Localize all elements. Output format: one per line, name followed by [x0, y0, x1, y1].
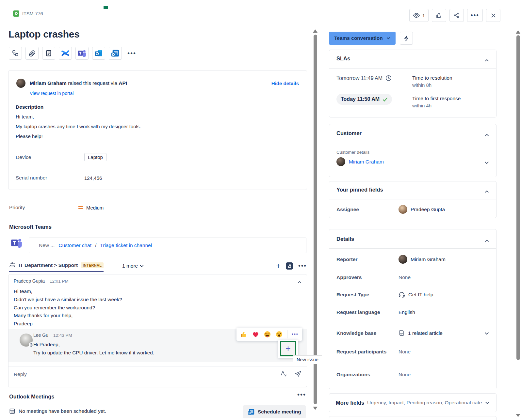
collapse-details-button[interactable] — [485, 238, 489, 243]
more-actions-button[interactable]: ••• — [467, 9, 483, 22]
scrollbar-thumb[interactable] — [516, 35, 520, 360]
sla-due: Today 11:50 AM — [341, 96, 380, 102]
outlook-more-button[interactable]: ••• — [297, 391, 306, 398]
priority-label: Priority — [9, 205, 78, 210]
message-author[interactable]: Lee Gu — [33, 333, 48, 338]
knowledge-base-value[interactable]: 1 related article — [399, 330, 443, 336]
no-meetings-row: No meetings have been scheduled yet. — [9, 408, 106, 414]
sla-goal: within 8h — [412, 82, 452, 88]
breadcrumb[interactable]: ITSM-776 — [13, 10, 43, 17]
teams-conversation-dropdown[interactable]: Teams conversation — [329, 32, 396, 45]
more-channels-dropdown[interactable]: 1 more — [122, 263, 144, 269]
request-type-value[interactable]: Get IT help — [399, 291, 433, 298]
close-button[interactable] — [486, 9, 500, 22]
schedule-meeting-button[interactable]: Schedule meeting — [243, 405, 306, 418]
like-button[interactable] — [432, 9, 446, 22]
share-button[interactable] — [449, 9, 464, 22]
automation-button[interactable] — [400, 32, 413, 45]
channel-title[interactable]: IT Department > Support — [19, 262, 78, 268]
tab-it-department-support[interactable]: IT Department > Support INTERNAL — [9, 262, 104, 272]
send-icon[interactable] — [294, 370, 301, 377]
watch-button[interactable]: 1 — [409, 9, 429, 22]
issue-key[interactable]: ITSM-776 — [22, 11, 43, 16]
page-title[interactable]: Laptop crashes — [8, 29, 80, 40]
expand-knowledge-base-button[interactable] — [484, 330, 489, 336]
pinned-fields-panel: Your pinned fields Assignee Pradeep Gupt… — [329, 181, 497, 218]
collapse-customer-button[interactable] — [485, 132, 489, 137]
surprised-emoji[interactable] — [275, 331, 283, 338]
laughing-emoji[interactable] — [264, 331, 271, 338]
avatar — [336, 157, 345, 166]
add-child-issue-button[interactable] — [9, 47, 22, 60]
chevron-down-icon — [484, 161, 489, 164]
scroll-down-arrow[interactable] — [313, 407, 317, 410]
scroll-down-arrow[interactable] — [516, 414, 520, 417]
open-in-teams-icon[interactable] — [286, 262, 293, 270]
outlook-icon — [94, 49, 103, 57]
channel-more-button[interactable]: ••• — [298, 262, 307, 270]
description-line: Please help! — [16, 133, 43, 139]
request-participants-row: Request participants None — [336, 349, 489, 355]
add-channel-button[interactable]: + — [276, 263, 281, 269]
add-form-button[interactable] — [42, 47, 55, 60]
customer-row[interactable]: Miriam Graham — [336, 157, 384, 166]
request-language-value[interactable]: English — [399, 309, 415, 315]
sla-goal: within 4h — [412, 103, 461, 108]
more-fields-label: More fields — [336, 400, 364, 406]
teams-button[interactable] — [75, 47, 89, 60]
organizations-value[interactable]: None — [399, 372, 411, 378]
request-participants-value[interactable]: None — [399, 349, 411, 355]
chevron-down-icon[interactable] — [485, 401, 490, 404]
check-icon — [383, 97, 388, 101]
priority-row: Priority Medium — [9, 205, 104, 210]
share-icon — [453, 12, 460, 19]
priority-value[interactable]: Medium — [86, 205, 104, 210]
new-conversation-label[interactable]: New ... — [39, 242, 55, 248]
outlook-calendar-icon — [111, 49, 120, 57]
assignee-value[interactable]: Pradeep Gupta — [399, 205, 445, 214]
collapse-slas-button[interactable] — [485, 57, 489, 63]
avatar — [399, 255, 407, 264]
divider — [329, 199, 496, 199]
hide-details-link[interactable]: Hide details — [271, 81, 299, 86]
collapse-pinned-button[interactable] — [485, 188, 489, 194]
more-reactions-button[interactable]: ••• — [292, 332, 299, 337]
outlook-calendar-button[interactable] — [109, 47, 122, 60]
attach-button[interactable] — [25, 47, 39, 60]
avatar — [20, 334, 33, 347]
new-issue-button[interactable]: + — [280, 341, 296, 356]
view-request-in-portal-link[interactable]: View request in portal — [30, 91, 73, 96]
customer-name-link[interactable]: Miriam Graham — [349, 159, 384, 165]
knowledge-base-label: Knowledge base — [336, 330, 399, 336]
collapse-thread-button[interactable] — [298, 279, 301, 285]
scroll-up-arrow[interactable] — [516, 30, 520, 34]
device-value-chip[interactable]: Laptop — [84, 153, 106, 161]
next-panel-partial — [329, 416, 497, 420]
sla-met-pill: Today 11:50 AM — [336, 94, 392, 105]
chevron-up-icon — [298, 281, 301, 284]
teams-chat-card: Pradeep Gupta 12:01 PM Hi team, Didn’t w… — [8, 274, 307, 387]
customer-chat-link[interactable]: Customer chat — [58, 242, 91, 248]
expand-customer-button[interactable] — [484, 160, 489, 165]
outlook-button[interactable] — [92, 47, 105, 60]
calendar-icon — [9, 408, 15, 414]
details-heading: Details — [336, 236, 354, 242]
organizations-label: Organizations — [336, 372, 399, 378]
reporter-value[interactable]: Miriam Graham — [399, 255, 446, 264]
scrollbar-thumb[interactable] — [314, 35, 317, 404]
new-issue-tooltip: New issue — [293, 355, 322, 364]
confluence-button[interactable] — [59, 47, 72, 60]
format-text-icon[interactable] — [280, 370, 287, 377]
heart-emoji[interactable] — [252, 331, 259, 338]
serial-number-value[interactable]: 124,456 — [84, 175, 102, 181]
headset-icon — [399, 291, 405, 298]
thumbs-up-emoji[interactable] — [240, 331, 248, 338]
approvers-value[interactable]: None — [399, 274, 411, 280]
scroll-up-arrow[interactable] — [313, 29, 317, 33]
more-fields-panel[interactable]: More fields Urgency, Impact, Pending rea… — [329, 393, 497, 412]
triage-ticket-link[interactable]: Triage ticket in channel — [100, 242, 152, 248]
itsm-ticket-page: ITSM-776 1 ••• Laptop crashes — [0, 0, 521, 420]
message-author[interactable]: Pradeep Gupta — [14, 278, 45, 284]
reply-input[interactable]: Reply — [14, 371, 27, 377]
toolbar-more-button[interactable]: ••• — [125, 50, 136, 57]
